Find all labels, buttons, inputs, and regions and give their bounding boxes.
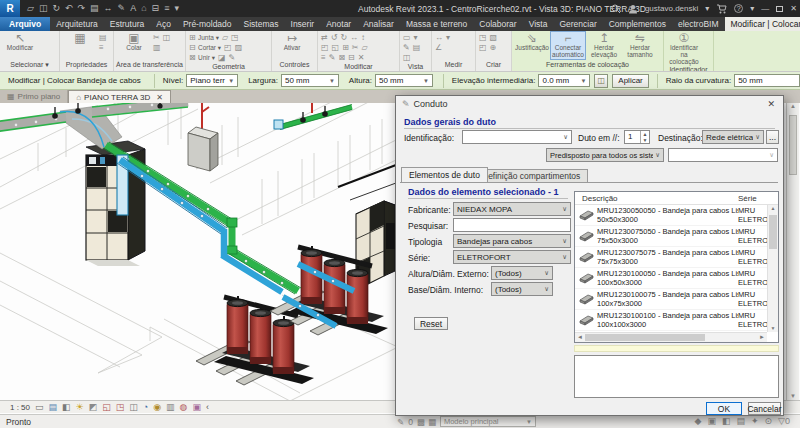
erase-icon[interactable]: ✕ (358, 53, 365, 62)
table-row[interactable]: MRU1230050050 - Bandeja para cabos Lisa5… (575, 205, 778, 226)
identificacao-combo[interactable]: ∨ (462, 130, 572, 144)
type-properties-icon[interactable]: ▤ (99, 33, 107, 42)
col-descricao[interactable]: Descrição (575, 194, 738, 203)
panel-label-modificar[interactable]: Modificar (318, 63, 399, 71)
sistema-secundario-combo[interactable]: ∨ (668, 148, 778, 162)
user-dropdown-icon[interactable]: ▾ (705, 4, 709, 13)
editable-only-icon[interactable]: ◆ (695, 416, 702, 426)
join-unjoin-menu[interactable]: ⊠ Unir ▾ (189, 53, 215, 62)
scroll-left-icon[interactable]: ◄ (577, 334, 583, 340)
tab-complementos[interactable]: Complementos (603, 17, 672, 31)
section-icon[interactable]: ⊟ (152, 0, 160, 17)
table-horizontal-scrollbar[interactable]: ◄ ► (575, 332, 767, 342)
panel-label-propriedades[interactable]: Propriedades (60, 61, 113, 71)
serie-combo[interactable]: ELETROFORT∨ (453, 250, 571, 264)
thin-lines-toggle-icon[interactable]: ▭ (403, 33, 411, 42)
raio-input[interactable]: 50 mm (734, 74, 800, 87)
scrollbar-thumb[interactable] (789, 115, 797, 175)
table-row[interactable]: MRU1230100075 - Bandeja para cabos Lisa1… (575, 289, 778, 310)
hide-icon[interactable]: ✎ (403, 43, 410, 52)
panel-label-medir[interactable]: Medir (432, 61, 475, 71)
minimize-button[interactable]: — (761, 4, 769, 13)
cancel-button[interactable]: Cancelar (748, 402, 781, 415)
help-icon[interactable]: ? (734, 4, 743, 13)
cope-icon[interactable]: ▱ (222, 33, 228, 42)
tab-electrobim[interactable]: electroBIM (672, 17, 725, 31)
destinacao-combo[interactable]: Rede elétrica∨ (702, 130, 764, 144)
table-row[interactable]: MRU1230075075 - Bandeja para cabos Lisa7… (575, 247, 778, 268)
close-view-tab-icon[interactable]: ✕ (156, 93, 163, 102)
scroll-down-icon[interactable]: ▼ (787, 393, 799, 399)
edit-icon[interactable]: ✎ (329, 53, 336, 62)
lock-view-icon[interactable]: ◫ (129, 401, 138, 414)
tab-contextual-modificar[interactable]: Modificar | Colocar Bandeja de cabos (725, 17, 800, 31)
sistema-combo[interactable]: Predisposto para todos os sistemas e∨ (546, 148, 664, 162)
inherit-elevation-button[interactable]: ↥Herdar elevação (587, 32, 621, 59)
tab-gerenciar[interactable]: Gerenciar (553, 17, 602, 31)
element-table[interactable]: Descrição Série MRU1230050050 - Bandeja … (574, 191, 779, 343)
altura-diam-combo[interactable]: (Todos)∨ (491, 266, 553, 280)
paste-button[interactable]: ▣Colar (117, 32, 151, 52)
angle-icon[interactable]: ∠ (435, 43, 442, 52)
tipologia-combo[interactable]: Bandejas para cabos∨ (453, 234, 571, 248)
split-face-icon[interactable]: ✎ (229, 53, 236, 62)
sun-path-icon[interactable]: ☀ (76, 401, 84, 414)
scrollbar-thumb[interactable] (585, 334, 705, 341)
scroll-right-icon[interactable]: ► (759, 334, 765, 340)
spinner-arrows-icon[interactable]: ▲▼ (640, 131, 649, 143)
base-diam-combo[interactable]: (Todos)∨ (491, 282, 553, 296)
electrical-cabinet-left[interactable] (86, 141, 145, 266)
displaced-elements-icon[interactable]: ◍ (180, 401, 188, 414)
array-icon[interactable]: ⊞ (342, 43, 349, 52)
select-underlay-icon[interactable]: ◧ (722, 416, 731, 426)
fabricante-combo[interactable]: NIEDAX MOPA∨ (453, 202, 571, 216)
join-menu[interactable]: ⊞ Junta ▾ (189, 33, 219, 42)
unpin-icon[interactable]: ⊟ (348, 53, 355, 62)
collapse-icon[interactable]: ‹ (206, 401, 209, 414)
elevacao-combo[interactable]: 0.0 mm▼ (538, 74, 590, 87)
mirror-icon[interactable]: ↻ (340, 33, 347, 42)
create-similar-icon[interactable]: ▧ (490, 33, 498, 42)
align-icon[interactable]: ⇄ (321, 33, 328, 42)
qat-dropdown-icon[interactable]: ▾ (174, 0, 179, 17)
filter-icon[interactable]: ▽0 (778, 416, 790, 426)
inherit-size-button[interactable]: ⇋Herdar tamanho (623, 32, 657, 59)
measure-icon[interactable]: ↔ (104, 0, 113, 17)
scale-icon[interactable]: ▭ (35, 401, 44, 414)
tab-anotar[interactable]: Anotar (320, 17, 357, 31)
match-properties-icon[interactable]: ▥ (153, 43, 161, 52)
redo-icon[interactable]: ↷ (78, 0, 86, 17)
split-icon[interactable]: ✂ (352, 43, 359, 52)
panel-label-identificador[interactable]: Identificador (664, 66, 713, 71)
destinacao-browse-button[interactable]: ... (766, 130, 779, 144)
measure-between-icon[interactable]: ↔ (435, 33, 443, 42)
ok-button[interactable]: OK (706, 402, 742, 415)
medir-dropdown-icon[interactable]: ▾ (446, 33, 450, 42)
select-by-face-icon[interactable]: ✦ (751, 416, 759, 426)
temporary-hide-icon[interactable]: ◔ (143, 401, 148, 414)
duto-em-spinner[interactable]: 1 ▲▼ (624, 130, 650, 144)
altura-combo[interactable]: 50 mm▼ (375, 74, 433, 87)
aplicar-button[interactable]: Aplicar (612, 74, 648, 88)
tab-inserir[interactable]: Inserir (285, 17, 321, 31)
dialog-close-icon[interactable]: ✕ (765, 99, 777, 109)
reveal-hidden-icon[interactable]: ◉ (153, 401, 161, 414)
justification-button[interactable]: ⇘Justificação (515, 32, 549, 52)
offset-icon[interactable]: ◳ (231, 33, 239, 42)
vista-dropdown-icon[interactable]: ▾ (414, 33, 418, 42)
sync-icon[interactable]: ↻ (52, 0, 60, 17)
move-icon[interactable]: ↔ (350, 33, 358, 42)
cut-icon[interactable]: ✂ (153, 33, 160, 42)
tab-massa-e-terreno[interactable]: Massa e terreno (400, 17, 473, 31)
tab-arquivo[interactable]: Arquivo (0, 17, 50, 31)
panel-label-controles[interactable]: Controles (272, 61, 317, 71)
description-box[interactable] (574, 355, 779, 398)
reset-button[interactable]: Reset (414, 317, 448, 330)
tab-colaborar[interactable]: Colaborar (473, 17, 522, 31)
undo-icon[interactable]: ↶ (65, 0, 73, 17)
view-scale[interactable]: 1 : 50 (10, 403, 30, 412)
rotate-icon[interactable]: ↺ (331, 33, 338, 42)
select-links-icon[interactable]: ▣ (707, 416, 716, 426)
revit-logo-icon[interactable]: R (0, 0, 20, 17)
panel-label-geometria[interactable]: Geometria (186, 63, 271, 71)
